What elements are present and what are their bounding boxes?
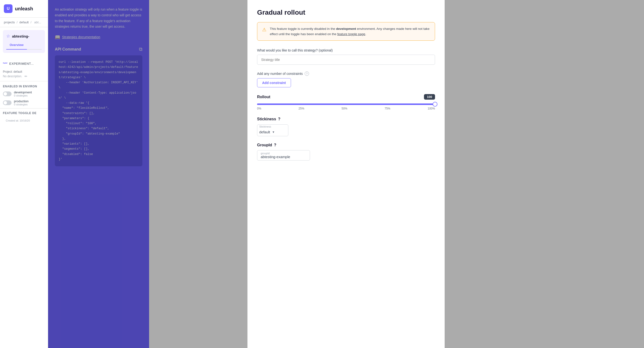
- breadcrumb-feature: abt...: [34, 21, 41, 24]
- production-env-name: production: [14, 99, 28, 103]
- constraints-help-icon[interactable]: ?: [305, 72, 309, 76]
- stickiness-help-icon[interactable]: ?: [278, 117, 280, 121]
- feature-toggle-link[interactable]: feature toggle page: [337, 32, 365, 36]
- modal-title: Gradual rollout: [257, 9, 435, 16]
- strategy-title-section: What would you like to call this strateg…: [257, 48, 435, 65]
- stickiness-label: Stickiness ?: [257, 117, 435, 121]
- slider-track: [257, 104, 435, 105]
- production-strategies: 0 strategies: [14, 103, 28, 106]
- app-name: unleash: [15, 6, 33, 12]
- feature-name: abtesting-: [12, 34, 29, 38]
- stickiness-section: Stickiness ? Stickiness default ▼: [257, 117, 435, 136]
- strategy-title-input[interactable]: [257, 55, 435, 65]
- groupid-label: GroupId ?: [257, 143, 435, 147]
- groupid-input-wrapper: groupId: [257, 150, 310, 161]
- warning-icon: ⚠: [262, 27, 266, 33]
- enabled-section: Enabled in environ development 0 strateg…: [0, 81, 48, 108]
- production-toggle[interactable]: [3, 100, 12, 105]
- label-25: 25%: [298, 107, 304, 110]
- edit-icon[interactable]: ✏: [24, 74, 28, 78]
- strategy-title-label: What would you like to call this strateg…: [257, 48, 435, 52]
- development-strategies: 0 strategies: [14, 94, 32, 97]
- sidebar: U unleash projects / default / abt... ☆ …: [0, 0, 48, 348]
- constraints-section: Add any number of constraints ? Add cons…: [257, 72, 435, 87]
- rollout-section: Rollout 100 0% 25% 50% 75% 100%: [257, 94, 435, 110]
- development-toggle[interactable]: [3, 92, 12, 96]
- tab-overview[interactable]: Overview: [6, 41, 27, 50]
- groupid-field-label: groupId: [261, 152, 306, 155]
- slider-fill: [257, 104, 435, 105]
- env-production: production 0 strategies: [3, 99, 45, 106]
- modal: Gradual rollout ⚠ This feature toggle is…: [248, 0, 445, 348]
- modal-backdrop: Gradual rollout ⚠ This feature toggle is…: [48, 0, 644, 348]
- feature-toggle-desc-title: Feature toggle de: [3, 111, 45, 115]
- chevron-down-icon: ▼: [272, 130, 275, 134]
- label-100: 100%: [428, 107, 435, 110]
- rollout-label: Rollout: [257, 95, 270, 99]
- label-0: 0%: [257, 107, 261, 110]
- breadcrumb-projects[interactable]: projects: [4, 21, 15, 24]
- slider-thumb[interactable]: [432, 102, 438, 107]
- logo-icon: U: [4, 4, 12, 13]
- feature-card-header: ☆ abtesting-: [6, 34, 42, 39]
- env-development: development 0 strategies: [3, 91, 45, 97]
- add-constraint-button[interactable]: Add constraint: [257, 78, 291, 87]
- experiments-label: 〰 Experiment...: [3, 59, 45, 68]
- breadcrumb-default[interactable]: default: [19, 21, 28, 24]
- tabs: Overview: [6, 41, 42, 50]
- chart-icon: 〰: [3, 61, 8, 66]
- logo-area: U unleash: [0, 0, 48, 18]
- enabled-section-title: Enabled in environ: [3, 85, 45, 88]
- feature-card: ☆ abtesting- Overview: [3, 30, 45, 53]
- slider-labels: 0% 25% 50% 75% 100%: [257, 107, 435, 110]
- groupid-help-icon[interactable]: ?: [274, 143, 276, 147]
- stickiness-field-label: Stickiness: [259, 125, 286, 128]
- label-75: 75%: [384, 107, 390, 110]
- warning-text: This feature toggle is currently disable…: [270, 26, 430, 37]
- main-content: Gradual rollout ⚠ This feature toggle is…: [48, 0, 644, 348]
- rollout-slider-container: [257, 104, 435, 105]
- warning-banner: ⚠ This feature toggle is currently disab…: [257, 22, 435, 41]
- development-env-name: development: [14, 91, 32, 94]
- feature-toggle-desc-section: Feature toggle de Created at: 10/16/20: [0, 108, 48, 124]
- groupid-section: GroupId ? groupId: [257, 143, 435, 161]
- stickiness-select[interactable]: Stickiness default ▼: [257, 124, 288, 136]
- label-50: 50%: [342, 107, 347, 110]
- stickiness-value[interactable]: default ▼: [259, 129, 286, 136]
- rollout-header: Rollout 100: [257, 94, 435, 100]
- project-label: Project: default: [3, 70, 45, 73]
- constraints-label: Add any number of constraints ?: [257, 72, 435, 76]
- groupid-input[interactable]: [261, 155, 306, 159]
- star-icon[interactable]: ☆: [6, 34, 10, 39]
- rollout-badge: 100: [424, 94, 435, 100]
- breadcrumb: projects / default / abt...: [0, 18, 48, 27]
- description-label: No description. ✏: [3, 74, 45, 78]
- created-at: Created at: 10/16/20: [3, 117, 45, 124]
